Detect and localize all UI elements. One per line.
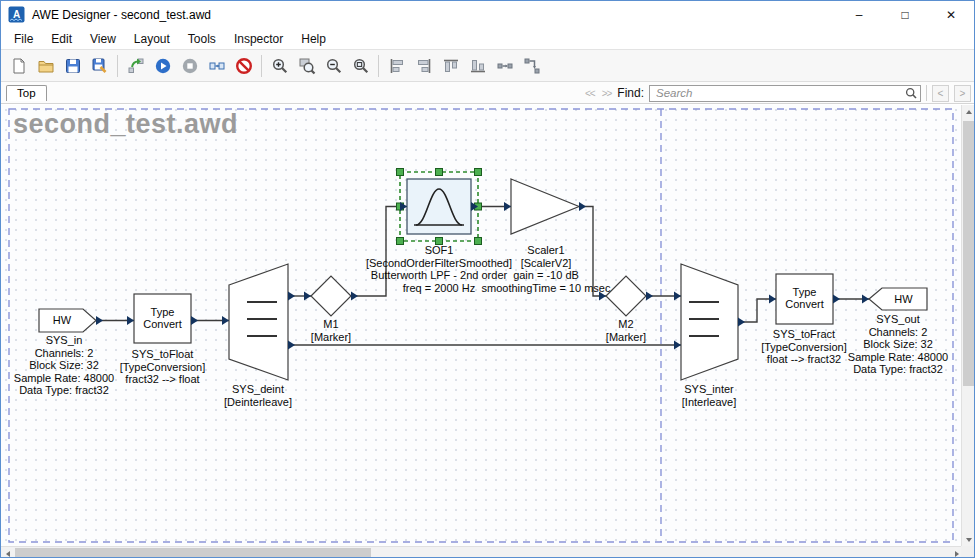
close-button[interactable]: ✕ [928,1,974,28]
menu-bar: File Edit View Layout Tools Inspector He… [1,28,974,49]
zoom-out-icon[interactable] [320,53,347,79]
signal-flow-diagram [1,105,963,546]
block-sys-inter[interactable] [681,264,738,380]
caption-line: SYS_in [6,334,122,347]
stop-audio-icon[interactable] [176,53,203,79]
menu-tools[interactable]: Tools [179,30,225,48]
align-bottom-icon[interactable] [464,53,491,79]
window-title: AWE Designer - second_test.awd [32,8,836,22]
block-m1[interactable] [311,276,351,316]
caption-line: gain = -10 dB [471,269,621,282]
tab-top-label: Top [17,87,36,99]
caption-line: Sample Rate: 48000 [840,351,956,364]
caption-line: M2 [588,318,664,331]
propagate-changes-icon[interactable] [122,53,149,79]
caption-sys-inter: SYS_inter [Interleave] [651,383,767,408]
caption-line: Scaler1 [471,244,621,257]
vertical-scrollbar[interactable] [961,105,974,546]
menu-file[interactable]: File [5,30,42,48]
find-bar: << >> Find: < > [584,83,971,103]
toolbar-separator [261,55,262,77]
align-top-icon[interactable] [437,53,464,79]
caption-line: M1 [293,318,369,331]
block-sys-tofract[interactable] [776,274,833,324]
minimize-button[interactable]: – [836,1,882,28]
find-prev-button[interactable]: << [584,88,596,99]
find-label: Find: [617,86,644,100]
block-sys-deint[interactable] [229,264,288,380]
menu-help[interactable]: Help [292,30,335,48]
horizontal-scrollbar[interactable] [1,546,963,558]
caption-line: SYS_toFloat [105,348,220,361]
align-left-icon[interactable] [383,53,410,79]
caption-m2: M2 [Marker] [588,318,664,343]
connect-target-icon[interactable] [203,53,230,79]
scrollbar-corner [961,546,974,558]
app-icon: A [8,6,25,23]
caption-scaler1: Scaler1 [ScalerV2] gain = -10 dB smoothi… [471,244,621,294]
caption-line: [Marker] [293,331,369,344]
caption-m1: M1 [Marker] [293,318,369,343]
caption-line: Channels: 2 [840,326,956,339]
block-sys-tofloat[interactable] [134,294,191,343]
caption-sys-tofloat: SYS_toFloat [TypeConversion] fract32 -->… [105,348,220,386]
menu-view[interactable]: View [81,30,125,48]
zoom-in-icon[interactable] [266,53,293,79]
save-design-as-icon[interactable] [86,53,113,79]
caption-sys-out: SYS_out Channels: 2 Block Size: 32 Sampl… [840,313,956,376]
maximize-button[interactable]: □ [882,1,928,28]
app-window: A AWE Designer - second_test.awd – □ ✕ F… [0,0,975,558]
search-input[interactable] [649,85,921,102]
horizontal-scroll-thumb[interactable] [15,548,371,558]
halt-disabled-icon[interactable] [230,53,257,79]
toolbar-separator [378,55,379,77]
caption-line: [Interleave] [651,396,767,409]
scroll-left-button[interactable] [1,547,14,558]
save-design-icon[interactable] [59,53,86,79]
auto-route-icon[interactable] [518,53,545,79]
nav-forward-button[interactable]: > [954,85,971,102]
nav-back-button[interactable]: < [932,85,949,102]
vertical-scroll-thumb[interactable] [963,121,974,386]
svg-text:A: A [13,9,20,20]
tab-row: Top << >> Find: < > [1,82,974,104]
caption-line: SYS_inter [651,383,767,396]
open-design-icon[interactable] [32,53,59,79]
zoom-all-icon[interactable] [347,53,374,79]
build-and-run-icon[interactable] [149,53,176,79]
caption-line: Block Size: 32 [840,338,956,351]
caption-line: [ScalerV2] [471,257,621,270]
caption-line: Data Type: fract32 [840,363,956,376]
block-sys-in[interactable] [39,309,96,332]
menu-layout[interactable]: Layout [125,30,179,48]
find-bar-separator [926,85,927,101]
caption-sys-deint: SYS_deint [Deinterleave] [200,383,316,408]
caption-line: SYS_out [840,313,956,326]
search-icon[interactable] [905,87,918,100]
new-design-icon[interactable] [5,53,32,79]
menu-inspector[interactable]: Inspector [225,30,292,48]
block-scaler1[interactable] [511,179,579,234]
route-wires-icon[interactable] [491,53,518,79]
caption-line: [TypeConversion] [105,361,220,374]
design-canvas[interactable]: second_test.awd [1,105,963,546]
align-right-icon[interactable] [410,53,437,79]
caption-line: [Deinterleave] [200,396,316,409]
scroll-up-button[interactable] [962,105,975,118]
toolbar [1,49,974,82]
menu-edit[interactable]: Edit [42,30,81,48]
caption-line: [Marker] [588,331,664,344]
toolbar-separator [117,55,118,77]
zoom-selection-icon[interactable] [293,53,320,79]
block-sys-out[interactable] [869,288,927,310]
caption-line: SYS_deint [200,383,316,396]
caption-line: Data Type: fract32 [6,384,122,397]
find-next-button[interactable]: >> [601,88,613,99]
tab-top[interactable]: Top [6,85,47,101]
scroll-down-button[interactable] [962,533,975,546]
caption-line: smoothingTime = 10 msec [471,282,621,295]
title-bar: A AWE Designer - second_test.awd – □ ✕ [1,1,974,28]
